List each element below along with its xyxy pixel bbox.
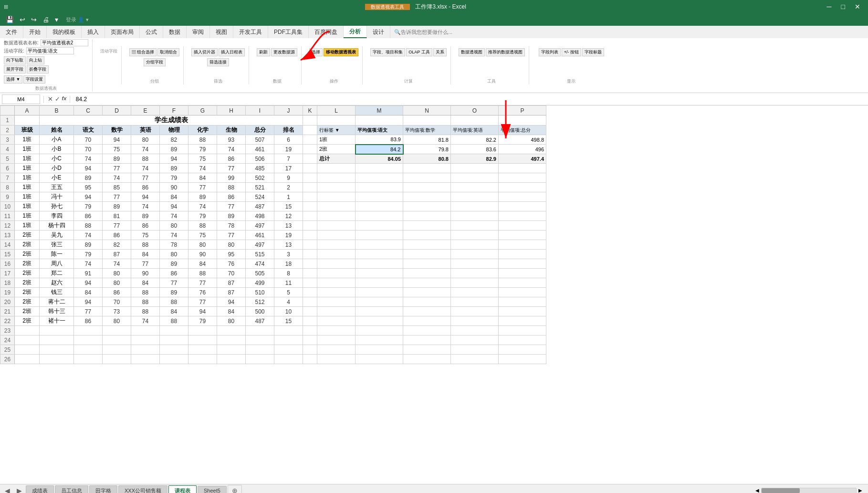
field-headers-btn[interactable]: 字段标题 — [582, 48, 604, 56]
cell-P1[interactable] — [499, 115, 546, 126]
cell-E2[interactable]: 英语 — [131, 126, 160, 135]
tab-page-layout[interactable]: 页面布局 — [105, 26, 140, 38]
search-input[interactable] — [401, 29, 496, 35]
cell-H20[interactable]: 94 — [217, 297, 246, 307]
cell-P8[interactable] — [499, 183, 546, 192]
cell-A11[interactable]: 1班 — [15, 211, 40, 221]
col-header-K[interactable]: K — [303, 106, 317, 115]
cell-P6[interactable] — [499, 164, 546, 173]
field-list-btn[interactable]: 字段列表 — [539, 48, 561, 56]
cell-A13[interactable]: 2班 — [15, 231, 40, 240]
cell-M5[interactable]: 84.05 — [356, 154, 403, 164]
cell-I4[interactable]: 461 — [246, 145, 274, 154]
cell-25-5[interactable] — [160, 345, 188, 355]
cell-A3[interactable]: 1班 — [15, 135, 40, 145]
cell-K17[interactable] — [303, 269, 317, 278]
collapse-field-btn[interactable]: 折叠字段 — [27, 65, 49, 73]
cell-24-14[interactable] — [451, 336, 499, 345]
cell-G4[interactable]: 79 — [188, 145, 217, 154]
cell-M3[interactable]: 83.9 — [356, 135, 403, 145]
cell-K20[interactable] — [303, 297, 317, 307]
cell-N9[interactable] — [403, 192, 451, 202]
cell-D21[interactable]: 73 — [103, 307, 131, 316]
cell-A10[interactable]: 1班 — [15, 202, 40, 211]
cell-A19[interactable]: 2班 — [15, 288, 40, 297]
cell-J21[interactable]: 10 — [274, 307, 303, 316]
cell-24-11[interactable] — [317, 336, 356, 345]
cell-K13[interactable] — [303, 231, 317, 240]
cell-L6[interactable] — [317, 164, 356, 173]
cell-A9[interactable]: 1班 — [15, 192, 40, 202]
cell-L18[interactable] — [317, 278, 356, 288]
cell-25-6[interactable] — [188, 345, 217, 355]
cell-K7[interactable] — [303, 173, 317, 183]
cell-J6[interactable]: 17 — [274, 164, 303, 173]
cell-L1[interactable] — [317, 115, 356, 126]
cell-P13[interactable] — [499, 231, 546, 240]
cell-O18[interactable] — [451, 278, 499, 288]
drill-up-btn[interactable]: 向上钻 — [27, 56, 44, 64]
cell-N20[interactable] — [403, 297, 451, 307]
cell-E5[interactable]: 88 — [131, 154, 160, 164]
cell-B14[interactable]: 张三 — [40, 240, 74, 250]
cell-M15[interactable] — [356, 250, 403, 259]
insert-timeline-btn[interactable]: 插入日程表 — [219, 48, 245, 56]
cell-M9[interactable] — [356, 192, 403, 202]
cell-E18[interactable]: 84 — [131, 278, 160, 288]
cell-I21[interactable]: 500 — [246, 307, 274, 316]
cell-M21[interactable] — [356, 307, 403, 316]
cell-B4[interactable]: 小B — [40, 145, 74, 154]
plus-minus-btn[interactable]: +/- 按钮 — [562, 48, 581, 56]
sheet-tab-employees[interactable]: 员工信息 — [55, 485, 88, 493]
cell-P10[interactable] — [499, 202, 546, 211]
cell-D12[interactable]: 77 — [103, 221, 131, 231]
cell-A5[interactable]: 1班 — [15, 154, 40, 164]
cell-J17[interactable]: 8 — [274, 269, 303, 278]
cell-F12[interactable]: 80 — [160, 221, 188, 231]
col-header-D[interactable]: D — [103, 106, 131, 115]
cell-E16[interactable]: 77 — [131, 259, 160, 269]
olap-tools-btn[interactable]: OLAP 工具 — [406, 48, 432, 56]
cell-25-13[interactable] — [403, 345, 451, 355]
cell-I11[interactable]: 498 — [246, 211, 274, 221]
cell-D7[interactable]: 74 — [103, 173, 131, 183]
cell-B16[interactable]: 周八 — [40, 259, 74, 269]
sheet-tab-tian[interactable]: 田字格 — [89, 485, 117, 493]
cell-D13[interactable]: 86 — [103, 231, 131, 240]
cell-P3[interactable]: 498.8 — [499, 135, 546, 145]
redo-qat-btn[interactable]: ↪ — [29, 15, 39, 24]
recommend-pivots-btn[interactable]: 推荐的数据透视图 — [486, 48, 525, 56]
cell-I18[interactable]: 499 — [246, 278, 274, 288]
cell-A16[interactable]: 2班 — [15, 259, 40, 269]
cell-K16[interactable] — [303, 259, 317, 269]
col-header-H[interactable]: H — [217, 106, 246, 115]
cell-M16[interactable] — [356, 259, 403, 269]
cell-M6[interactable] — [356, 164, 403, 173]
cell-26-4[interactable] — [131, 355, 160, 364]
cell-C20[interactable]: 94 — [74, 297, 103, 307]
cell-I7[interactable]: 502 — [246, 173, 274, 183]
cell-H3[interactable]: 93 — [217, 135, 246, 145]
cell-L11[interactable] — [317, 211, 356, 221]
cell-L22[interactable] — [317, 316, 356, 326]
cell-24-5[interactable] — [160, 336, 188, 345]
cell-H18[interactable]: 87 — [217, 278, 246, 288]
cell-K12[interactable] — [303, 221, 317, 231]
cell-26-11[interactable] — [317, 355, 356, 364]
cell-N17[interactable] — [403, 269, 451, 278]
insert-function-icon[interactable]: fx — [62, 95, 67, 103]
cell-J3[interactable]: 6 — [274, 135, 303, 145]
cell-F6[interactable]: 89 — [160, 164, 188, 173]
cell-B17[interactable]: 郑二 — [40, 269, 74, 278]
cell-F7[interactable]: 79 — [160, 173, 188, 183]
tab-analyze[interactable]: 分析 — [344, 26, 367, 38]
cell-C13[interactable]: 74 — [74, 231, 103, 240]
fields-items-btn[interactable]: 字段、项目和集 — [370, 48, 405, 56]
cell-I20[interactable]: 512 — [246, 297, 274, 307]
cell-L10[interactable] — [317, 202, 356, 211]
tab-file[interactable]: 文件 — [0, 26, 23, 38]
cell-C8[interactable]: 95 — [74, 183, 103, 192]
cell-B18[interactable]: 赵六 — [40, 278, 74, 288]
cell-L9[interactable] — [317, 192, 356, 202]
insert-slicer-btn[interactable]: 插入切片器 — [191, 48, 218, 56]
